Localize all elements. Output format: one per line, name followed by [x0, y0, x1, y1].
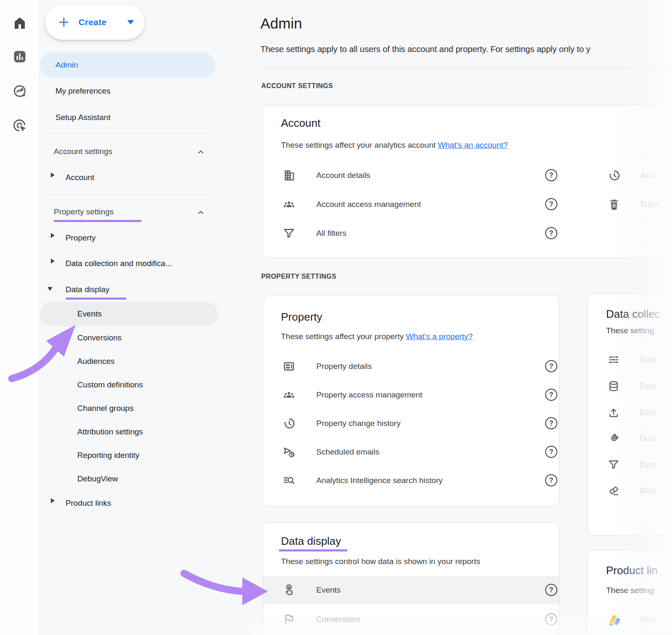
plus-icon: [58, 16, 70, 29]
row-label: All filters: [316, 229, 346, 238]
divider: [260, 68, 672, 68]
data-magnet-row[interactable]: Data: [588, 427, 672, 450]
sidebar-item-label: Data display: [66, 285, 110, 294]
sidebar-item-property[interactable]: Property: [66, 230, 96, 246]
sidebar-item-attribution-settings[interactable]: Attribution settings: [77, 423, 143, 440]
help-icon[interactable]: ?: [545, 417, 557, 429]
sidebar-item-setup-assistant[interactable]: Setup Assistant: [55, 109, 110, 126]
row-label: Events: [316, 585, 341, 595]
page-title: Admin: [260, 15, 302, 32]
upload-icon: [607, 406, 620, 419]
data-import-row[interactable]: Data: [588, 401, 672, 424]
help-icon[interactable]: ?: [545, 198, 557, 210]
account-settings-section-label: ACCOUNT SETTINGS: [261, 82, 333, 90]
card-title: Data collec: [606, 308, 660, 321]
expand-arrow-icon[interactable]: [51, 172, 55, 178]
sidebar-section-account-settings[interactable]: Account settings: [54, 143, 112, 160]
data-redaction-row[interactable]: Data: [588, 479, 672, 502]
data-streams-row[interactable]: Data: [588, 348, 672, 371]
analytics-intelligence-history-row[interactable]: Analytics Intelligence search history ?: [263, 466, 559, 495]
sidebar-item-label: Property: [66, 233, 96, 243]
chevron-up-icon[interactable]: [197, 148, 205, 156]
sidebar-item-account[interactable]: Account: [66, 169, 94, 186]
row-label: Property details: [316, 362, 372, 371]
chevron-down-icon: [127, 20, 134, 24]
account-change-history-link[interactable]: Acco: [607, 161, 672, 190]
help-icon[interactable]: ?: [545, 227, 557, 239]
row-label: Data: [640, 382, 656, 391]
sidebar-item-custom-definitions[interactable]: Custom definitions: [77, 376, 143, 393]
ga-admin-page: Create Admin My preferences Setup Assist…: [0, 0, 672, 635]
property-card-icon: [282, 360, 296, 373]
sidebar-item-events[interactable]: Events: [40, 302, 218, 326]
card-description-text: These settings affect your analytics acc…: [281, 141, 438, 149]
eraser-icon: [607, 484, 620, 497]
help-icon[interactable]: ?: [545, 584, 557, 596]
help-icon[interactable]: ?: [545, 169, 557, 181]
data-filters-row[interactable]: Data: [588, 453, 672, 476]
expand-arrow-icon[interactable]: [51, 498, 55, 503]
scheduled-emails-row[interactable]: Scheduled emails ?: [263, 438, 559, 466]
sidebar-item-channel-groups[interactable]: Channel groups: [77, 400, 134, 417]
create-button[interactable]: Create: [45, 5, 145, 40]
help-icon[interactable]: ?: [545, 613, 557, 625]
sidebar-item-audiences[interactable]: Audiences: [77, 353, 115, 370]
card-title: Account: [281, 117, 320, 130]
google-ads-link-row[interactable]: Goo: [588, 608, 672, 631]
whats-a-property-link[interactable]: What's a property?: [406, 332, 472, 341]
sidebar-item-data-display[interactable]: Data display: [66, 281, 110, 298]
filter-icon: [607, 458, 620, 471]
expand-arrow-icon[interactable]: [51, 259, 55, 264]
collapse-arrow-icon[interactable]: [47, 287, 52, 291]
help-icon[interactable]: ?: [545, 360, 557, 372]
property-access-row[interactable]: Property access management ?: [263, 381, 559, 409]
property-change-history-row[interactable]: Property change history ?: [263, 409, 559, 438]
sidebar-item-product-links[interactable]: Product links: [66, 495, 111, 512]
sidebar-item-data-collection[interactable]: Data collection and modifica...: [66, 255, 172, 272]
sidebar-section-property-settings[interactable]: Property settings: [54, 204, 114, 220]
sidebar-item-label: Setup Assistant: [55, 113, 110, 122]
row-label: Data: [640, 355, 656, 364]
sidebar-item-label: Admin: [55, 60, 78, 70]
sidebar-item-admin[interactable]: Admin: [40, 52, 215, 78]
whats-an-account-link[interactable]: What's an account?: [438, 141, 508, 149]
chevron-up-icon[interactable]: [197, 208, 205, 217]
trash-icon: [607, 198, 621, 211]
account-card: Account These settings affect your analy…: [262, 105, 672, 258]
data-collection-row[interactable]: Data: [588, 374, 672, 398]
card-description-text: These settings affect your property: [281, 332, 406, 341]
help-icon[interactable]: ?: [545, 446, 557, 458]
help-icon[interactable]: ?: [545, 474, 557, 486]
home-icon[interactable]: [12, 16, 27, 31]
conversions-row[interactable]: Conversions ?: [263, 605, 559, 634]
sidebar-item-conversions[interactable]: Conversions: [77, 329, 122, 346]
trash-can-link[interactable]: Trash: [607, 190, 672, 219]
row-label: Account details: [316, 171, 370, 180]
sidebar-item-reporting-identity[interactable]: Reporting identity: [77, 447, 139, 464]
card-description: These settings affect your analytics acc…: [281, 141, 508, 150]
card-description: These settings affect your property What…: [281, 332, 472, 341]
purple-underline-annotation: [54, 220, 142, 222]
sidebar-item-my-preferences[interactable]: My preferences: [55, 83, 110, 99]
expand-arrow-icon[interactable]: [51, 233, 55, 238]
advertising-icon[interactable]: [12, 118, 27, 133]
card-title: Data display: [281, 535, 341, 548]
events-row[interactable]: Events ?: [263, 576, 559, 604]
row-label: Data: [640, 486, 656, 495]
all-filters-row[interactable]: All filters ?: [263, 219, 561, 248]
explore-icon[interactable]: [12, 84, 27, 99]
flag-icon: [282, 613, 296, 626]
side-link-label: Trash: [640, 200, 660, 209]
row-label: Data: [640, 460, 656, 469]
account-details-row[interactable]: Account details ?: [263, 161, 561, 190]
help-icon[interactable]: ?: [545, 389, 557, 401]
bar-chart-icon[interactable]: [12, 49, 27, 64]
sidebar-item-debugview[interactable]: DebugView: [77, 470, 118, 487]
people-group-icon: [282, 198, 296, 211]
purple-underline-annotation: [66, 298, 126, 300]
account-access-row[interactable]: Account access management ?: [263, 190, 561, 219]
row-label: Goo: [640, 615, 655, 624]
property-details-row[interactable]: Property details ?: [263, 352, 559, 381]
row-label: Data: [640, 408, 656, 417]
send-clock-icon: [282, 445, 296, 459]
